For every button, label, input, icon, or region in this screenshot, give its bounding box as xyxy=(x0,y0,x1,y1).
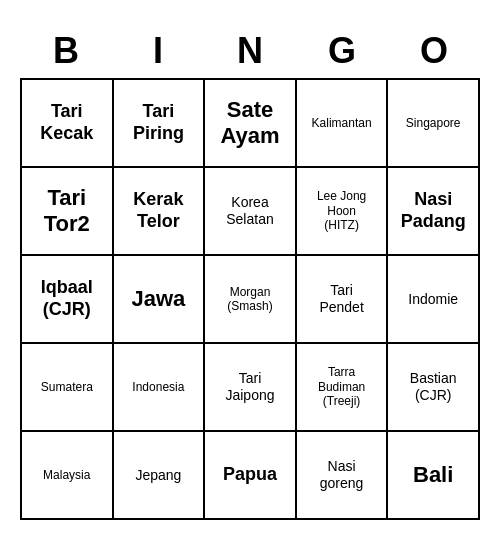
cell-r4-c2: Papua xyxy=(205,432,297,520)
cell-content: NasiPadang xyxy=(401,189,466,232)
cell-r3-c1: Indonesia xyxy=(114,344,206,432)
cell-r4-c3: Nasigoreng xyxy=(297,432,389,520)
cell-content: TariPiring xyxy=(133,101,184,144)
cell-content: Kalimantan xyxy=(312,116,372,130)
cell-r4-c0: Malaysia xyxy=(22,432,114,520)
cell-r4-c4: Bali xyxy=(388,432,480,520)
cell-content: TariKecak xyxy=(40,101,93,144)
cell-r0-c1: TariPiring xyxy=(114,80,206,168)
header-letter: O xyxy=(388,24,480,78)
cell-content: TariTor2 xyxy=(44,185,90,238)
cell-content: Singapore xyxy=(406,116,461,130)
cell-r3-c3: TarraBudiman(Treeji) xyxy=(297,344,389,432)
cell-content: Morgan(Smash) xyxy=(227,285,272,314)
cell-r1-c4: NasiPadang xyxy=(388,168,480,256)
cell-content: Sumatera xyxy=(41,380,93,394)
header-letter: G xyxy=(296,24,388,78)
cell-r1-c2: KoreaSelatan xyxy=(205,168,297,256)
cell-r2-c1: Jawa xyxy=(114,256,206,344)
cell-content: TariPendet xyxy=(319,282,363,316)
cell-content: Malaysia xyxy=(43,468,90,482)
cell-content: SateAyam xyxy=(220,97,279,150)
cell-r1-c0: TariTor2 xyxy=(22,168,114,256)
cell-r3-c0: Sumatera xyxy=(22,344,114,432)
cell-r0-c3: Kalimantan xyxy=(297,80,389,168)
cell-content: KerakTelor xyxy=(133,189,183,232)
cell-content: Papua xyxy=(223,464,277,486)
header-letter: I xyxy=(112,24,204,78)
cell-content: Bali xyxy=(413,462,453,488)
cell-r2-c0: Iqbaal(CJR) xyxy=(22,256,114,344)
header-letter: B xyxy=(20,24,112,78)
cell-r3-c4: Bastian(CJR) xyxy=(388,344,480,432)
bingo-header: BINGO xyxy=(20,24,480,78)
cell-content: KoreaSelatan xyxy=(226,194,273,228)
header-letter: N xyxy=(204,24,296,78)
cell-content: Indomie xyxy=(408,291,458,308)
cell-r2-c3: TariPendet xyxy=(297,256,389,344)
cell-content: TariJaipong xyxy=(225,370,274,404)
cell-r3-c2: TariJaipong xyxy=(205,344,297,432)
cell-r2-c2: Morgan(Smash) xyxy=(205,256,297,344)
cell-content: Indonesia xyxy=(132,380,184,394)
cell-r4-c1: Jepang xyxy=(114,432,206,520)
cell-r1-c1: KerakTelor xyxy=(114,168,206,256)
cell-content: Iqbaal(CJR) xyxy=(41,277,93,320)
cell-r2-c4: Indomie xyxy=(388,256,480,344)
bingo-card: BINGO TariKecakTariPiringSateAyamKaliman… xyxy=(20,24,480,520)
cell-r1-c3: Lee JongHoon(HITZ) xyxy=(297,168,389,256)
bingo-grid: TariKecakTariPiringSateAyamKalimantanSin… xyxy=(20,78,480,520)
cell-r0-c0: TariKecak xyxy=(22,80,114,168)
cell-content: Lee JongHoon(HITZ) xyxy=(317,189,366,232)
cell-r0-c2: SateAyam xyxy=(205,80,297,168)
cell-r0-c4: Singapore xyxy=(388,80,480,168)
cell-content: Nasigoreng xyxy=(320,458,364,492)
cell-content: Jawa xyxy=(131,286,185,312)
cell-content: Jepang xyxy=(135,467,181,484)
cell-content: Bastian(CJR) xyxy=(410,370,457,404)
cell-content: TarraBudiman(Treeji) xyxy=(318,365,365,408)
